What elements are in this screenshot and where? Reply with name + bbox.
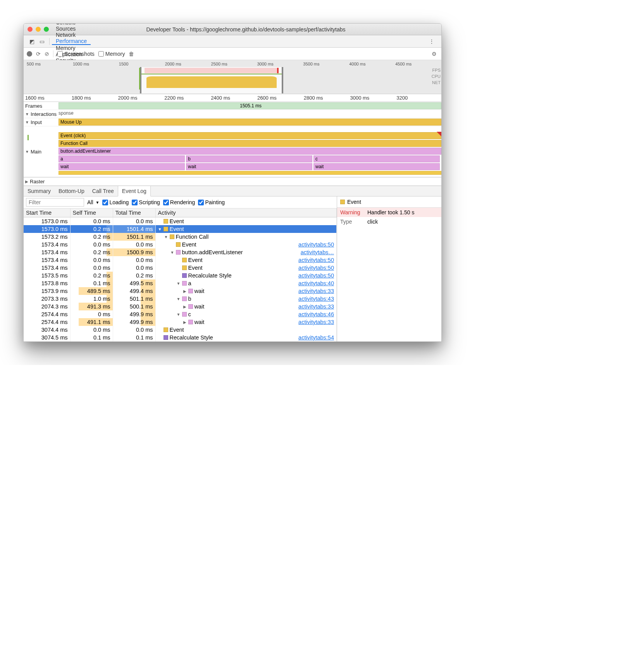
detail-warning: WarningHandler took 1.50 s — [337, 208, 441, 217]
table-row[interactable]: 2073.3 ms1.0 ms501.1 ms▼bactivitytabs:43 — [24, 295, 337, 303]
source-link[interactable]: activitytabs:33 — [298, 319, 334, 325]
window-title: Developer Tools - https://googlechrome.g… — [54, 26, 437, 33]
detail-type: Typeclick — [337, 217, 441, 226]
table-row[interactable]: 1573.0 ms0.2 ms1501.4 ms▼Event — [24, 225, 337, 233]
devtools-window: Developer Tools - https://googlechrome.g… — [23, 23, 442, 342]
source-link[interactable]: activitytabs:46 — [298, 311, 334, 317]
devtools-tabs: ◩ ▭ ElementsConsoleSourcesNetworkPerform… — [24, 35, 441, 48]
call-b[interactable]: b — [186, 155, 312, 162]
fps-strip — [145, 68, 279, 73]
bottom-tab-bottom-up[interactable]: Bottom-Up — [55, 186, 88, 196]
record-button[interactable] — [27, 51, 32, 57]
scripting-checkbox[interactable]: Scripting — [132, 199, 160, 205]
clear-icon[interactable]: ⊘ — [45, 51, 49, 57]
main-track: ▼Main Event (click) Function Call button… — [24, 126, 441, 177]
bottom-tab-call-tree[interactable]: Call Tree — [88, 186, 118, 196]
overview-ruler: 500 ms1000 ms15002000 ms2500 ms3000 ms35… — [24, 62, 441, 67]
trash-icon[interactable]: 🗑 — [129, 51, 134, 57]
event-icon — [340, 200, 345, 204]
call-wait[interactable]: wait — [186, 163, 312, 170]
table-row[interactable]: 1573.8 ms0.1 ms499.5 ms▼aactivitytabs:40 — [24, 279, 337, 287]
painting-checkbox[interactable]: Painting — [198, 199, 225, 205]
loading-checkbox[interactable]: Loading — [102, 199, 129, 205]
input-event-bar[interactable]: Mouse Up — [59, 119, 441, 126]
memory-checkbox[interactable]: Memory — [98, 51, 125, 57]
screenshots-checkbox[interactable]: Screenshots — [57, 51, 95, 57]
event-log-split: All ▼ Loading Scripting Rendering Painti… — [24, 196, 441, 341]
source-link[interactable]: activitytabs:40 — [298, 280, 334, 286]
col-activity[interactable]: Activity — [155, 208, 337, 217]
input-track: ▼Input Mouse Up — [24, 118, 441, 126]
detail-header: Event — [337, 196, 441, 208]
table-row[interactable]: 1573.4 ms0.0 ms0.0 msEventactivitytabs:5… — [24, 256, 337, 264]
source-link[interactable]: activitytabs… — [301, 249, 334, 255]
source-link[interactable]: activitytabs:54 — [298, 334, 334, 341]
filter-bar: All ▼ Loading Scripting Rendering Painti… — [24, 196, 337, 208]
flame-chart[interactable]: Frames 1505.1 ms ▼Interactions sponse ▼I… — [24, 102, 441, 186]
raster-track: ▶Raster — [24, 177, 441, 186]
bottom-tabs: SummaryBottom-UpCall TreeEvent Log — [24, 186, 441, 196]
source-link[interactable]: activitytabs:50 — [298, 272, 334, 279]
table-row[interactable]: 1573.4 ms0.2 ms1500.9 ms▼button.addEvent… — [24, 248, 337, 256]
table-row[interactable]: 1573.4 ms0.0 ms0.0 msEventactivitytabs:5… — [24, 241, 337, 248]
call-a[interactable]: a — [59, 155, 185, 162]
table-row[interactable]: 2574.4 ms491.1 ms499.9 ms▶waitactivityta… — [24, 318, 337, 326]
call-c[interactable]: c — [313, 155, 440, 162]
more-icon[interactable]: ⋮ — [425, 38, 438, 45]
table-row[interactable]: 1573.0 ms0.0 ms0.0 msEvent — [24, 217, 337, 226]
col-start[interactable]: Start Time — [24, 208, 70, 217]
tab-network[interactable]: Network — [52, 32, 91, 38]
interactions-track: ▼Interactions sponse — [24, 110, 441, 118]
call-wait[interactable]: wait — [59, 163, 185, 170]
table-row[interactable]: 1573.5 ms0.2 ms0.2 msRecalculate Styleac… — [24, 272, 337, 279]
table-row[interactable]: 2074.3 ms491.3 ms500.1 ms▶waitactivityta… — [24, 303, 337, 310]
bottom-tab-summary[interactable]: Summary — [24, 186, 55, 196]
flame-ruler: 1600 ms1800 ms2000 ms2200 ms2400 ms2600 … — [24, 94, 441, 102]
source-link[interactable]: activitytabs:50 — [298, 257, 334, 263]
all-select[interactable]: All ▼ — [87, 199, 99, 205]
rendering-checkbox[interactable]: Rendering — [163, 199, 195, 205]
bottom-tab-event-log[interactable]: Event Log — [118, 186, 151, 196]
separator — [49, 38, 50, 45]
frame-bar[interactable]: 1505.1 ms — [59, 102, 441, 109]
col-self[interactable]: Self Time — [70, 208, 113, 217]
tab-performance[interactable]: Performance — [52, 38, 91, 45]
source-link[interactable]: activitytabs:50 — [298, 241, 334, 248]
inspect-icon[interactable]: ◩ — [27, 38, 37, 45]
call-wait[interactable]: wait — [313, 163, 440, 170]
device-icon[interactable]: ▭ — [37, 38, 47, 45]
overview-side-labels: FPSCPUNET — [432, 68, 441, 85]
table-row[interactable]: 1573.2 ms0.2 ms1501.1 ms▼Function Call — [24, 233, 337, 241]
source-link[interactable]: activitytabs:50 — [298, 265, 334, 271]
table-row[interactable]: 2574.4 ms0 ms499.9 ms▼cactivitytabs:46 — [24, 310, 337, 318]
source-link[interactable]: activitytabs:33 — [298, 303, 334, 310]
col-total[interactable]: Total Time — [113, 208, 155, 217]
source-link[interactable]: activitytabs:43 — [298, 296, 334, 302]
tab-memory[interactable]: Memory — [52, 45, 91, 51]
traffic-lights — [28, 27, 49, 32]
close-icon[interactable] — [28, 27, 33, 32]
event-log-pane: All ▼ Loading Scripting Rendering Painti… — [24, 196, 337, 341]
source-link[interactable]: activitytabs:33 — [298, 288, 334, 294]
overview-selection[interactable] — [140, 67, 283, 93]
cpu-chart — [144, 76, 279, 88]
reload-icon[interactable]: ⟳ — [36, 51, 41, 57]
table-row[interactable]: 1573.9 ms489.5 ms499.4 ms▶waitactivityta… — [24, 287, 337, 295]
table-row[interactable]: 3074.5 ms0.1 ms0.1 msRecalculate Styleac… — [24, 334, 337, 341]
table-row[interactable]: 1573.4 ms0.0 ms0.0 msEventactivitytabs:5… — [24, 264, 337, 272]
settings-icon[interactable]: ⚙ — [432, 51, 438, 57]
event-log-table: Start Time Self Time Total Time Activity… — [24, 208, 337, 341]
minimize-icon[interactable] — [36, 27, 41, 32]
overview-timeline[interactable]: 500 ms1000 ms15002000 ms2500 ms3000 ms35… — [24, 60, 441, 94]
frames-track: Frames 1505.1 ms — [24, 102, 441, 110]
filter-input[interactable] — [26, 198, 84, 207]
event-detail-pane: Event WarningHandler took 1.50 s Typecli… — [337, 196, 441, 341]
tab-sources[interactable]: Sources — [52, 26, 91, 32]
table-row[interactable]: 3074.4 ms0.0 ms0.0 msEvent — [24, 326, 337, 334]
zoom-icon[interactable] — [44, 27, 49, 32]
